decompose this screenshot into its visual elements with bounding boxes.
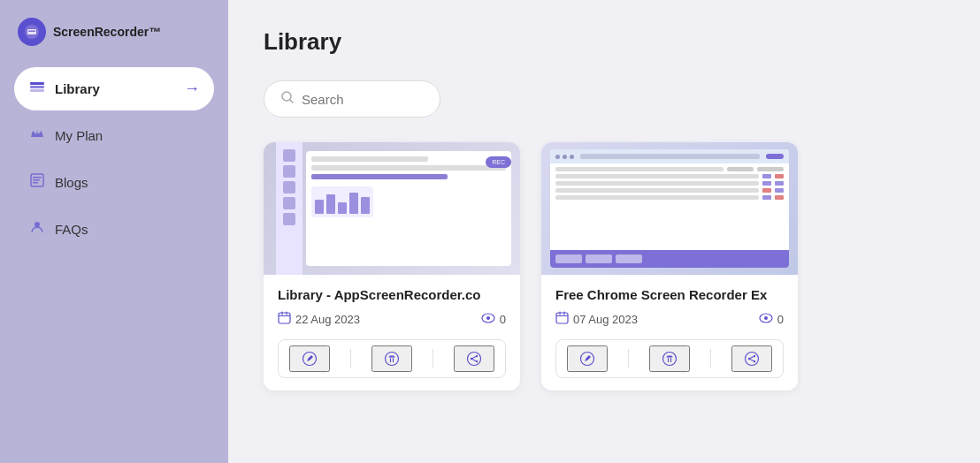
card-1: REC Library - AppScreenRecorder.co bbox=[264, 142, 520, 391]
svg-line-39 bbox=[750, 357, 754, 359]
svg-point-18 bbox=[486, 316, 490, 320]
card-1-title: Library - AppScreenRecorder.co bbox=[278, 287, 506, 302]
svg-point-34 bbox=[662, 353, 676, 366]
newspaper-icon bbox=[28, 171, 46, 194]
card-2-body: Free Chrome Screen Recorder Ex 07 Aug 20… bbox=[541, 275, 798, 391]
card-2-thumb-header bbox=[550, 149, 789, 163]
svg-rect-27 bbox=[556, 313, 568, 323]
svg-line-12 bbox=[290, 100, 293, 102]
card-2-edit-button[interactable] bbox=[567, 345, 608, 372]
action-divider-2 bbox=[433, 349, 433, 368]
sidebar-item-faqs[interactable]: FAQs bbox=[14, 208, 214, 251]
svg-rect-7 bbox=[33, 177, 42, 178]
svg-point-24 bbox=[471, 358, 472, 360]
svg-rect-13 bbox=[279, 313, 290, 323]
svg-point-22 bbox=[476, 355, 478, 357]
card-2-title: Free Chrome Screen Recorder Ex bbox=[555, 287, 784, 302]
card-2-views: 0 bbox=[759, 313, 784, 326]
svg-point-36 bbox=[754, 355, 755, 357]
svg-point-21 bbox=[468, 353, 481, 366]
card-2-thumb-inner bbox=[550, 149, 789, 268]
card-1-meta: 22 Aug 2023 0 bbox=[278, 311, 506, 327]
sidebar-item-library[interactable]: Library → bbox=[14, 67, 214, 110]
app-name: ScreenRecorder™ bbox=[53, 25, 161, 39]
app-logo-icon bbox=[18, 18, 46, 46]
cards-grid: REC Library - AppScreenRecorder.co bbox=[264, 142, 945, 391]
card-1-date-text: 22 Aug 2023 bbox=[295, 313, 360, 326]
card-2-thumb-footer bbox=[550, 250, 789, 268]
page-title: Library bbox=[264, 28, 945, 56]
svg-rect-8 bbox=[33, 179, 40, 181]
calendar-icon-2 bbox=[555, 311, 569, 327]
card-1-actions bbox=[278, 339, 506, 378]
card-2-share-button[interactable] bbox=[731, 345, 772, 372]
card-2-delete-button[interactable] bbox=[649, 345, 690, 372]
calendar-icon bbox=[278, 311, 291, 327]
action-divider-4 bbox=[710, 349, 711, 368]
person-icon bbox=[28, 218, 46, 240]
sidebar-logo: ScreenRecorder™ bbox=[0, 0, 228, 60]
sidebar: ScreenRecorder™ Library → My Plan bbox=[0, 0, 228, 463]
card-2-date: 07 Aug 2023 bbox=[555, 311, 638, 327]
sidebar-item-library-label: Library bbox=[55, 81, 100, 96]
sidebar-item-faqs-label: FAQs bbox=[55, 222, 88, 237]
search-icon bbox=[280, 90, 295, 108]
svg-point-38 bbox=[748, 358, 750, 360]
search-input[interactable] bbox=[302, 92, 424, 107]
eye-icon bbox=[481, 313, 495, 326]
svg-rect-9 bbox=[33, 182, 38, 184]
layers-icon bbox=[28, 78, 46, 100]
card-1-thumb-sidebar bbox=[276, 142, 302, 275]
card-1-thumb-btn: REC bbox=[486, 156, 511, 168]
svg-line-25 bbox=[472, 357, 476, 359]
search-bar[interactable] bbox=[264, 80, 440, 118]
sidebar-navigation: Library → My Plan Blogs bbox=[0, 60, 228, 258]
svg-point-35 bbox=[746, 353, 759, 366]
card-1-delete-button[interactable] bbox=[371, 345, 412, 372]
card-1-date: 22 Aug 2023 bbox=[278, 311, 360, 327]
action-divider-3 bbox=[628, 349, 629, 368]
card-2-thumb-body bbox=[550, 163, 789, 250]
sidebar-item-myplan[interactable]: My Plan bbox=[14, 114, 214, 157]
eye-icon-2 bbox=[759, 313, 773, 326]
card-1-thumb-content bbox=[306, 151, 511, 266]
card-1-body: Library - AppScreenRecorder.co 22 Aug 20… bbox=[264, 275, 520, 391]
svg-point-20 bbox=[385, 353, 398, 366]
svg-point-37 bbox=[754, 361, 755, 362]
arrow-right-icon: → bbox=[184, 80, 200, 98]
main-content: Library bbox=[228, 0, 980, 463]
card-2-thumbnail bbox=[541, 142, 798, 275]
card-2-actions bbox=[555, 339, 784, 378]
sidebar-item-blogs[interactable]: Blogs bbox=[14, 161, 214, 204]
svg-rect-4 bbox=[30, 86, 44, 88]
crown-icon bbox=[28, 125, 46, 147]
card-1-thumbnail: REC bbox=[264, 142, 520, 275]
card-1-edit-button[interactable] bbox=[289, 345, 330, 372]
sidebar-item-blogs-label: Blogs bbox=[55, 175, 88, 190]
card-1-views: 0 bbox=[481, 313, 506, 326]
svg-line-26 bbox=[472, 360, 476, 361]
card-2-views-count: 0 bbox=[777, 313, 784, 326]
sidebar-item-myplan-label: My Plan bbox=[55, 128, 103, 143]
card-2-meta: 07 Aug 2023 0 bbox=[555, 311, 784, 327]
card-1-share-button[interactable] bbox=[454, 345, 494, 372]
svg-point-32 bbox=[764, 316, 768, 320]
svg-line-40 bbox=[750, 360, 754, 361]
svg-rect-3 bbox=[30, 82, 44, 85]
card-2: Free Chrome Screen Recorder Ex 07 Aug 20… bbox=[541, 142, 798, 391]
card-2-date-text: 07 Aug 2023 bbox=[573, 313, 638, 326]
svg-rect-5 bbox=[30, 89, 44, 92]
svg-rect-2 bbox=[28, 31, 35, 33]
svg-point-23 bbox=[476, 361, 478, 362]
action-divider-1 bbox=[350, 349, 351, 368]
card-1-views-count: 0 bbox=[500, 313, 506, 326]
svg-point-10 bbox=[34, 222, 40, 227]
